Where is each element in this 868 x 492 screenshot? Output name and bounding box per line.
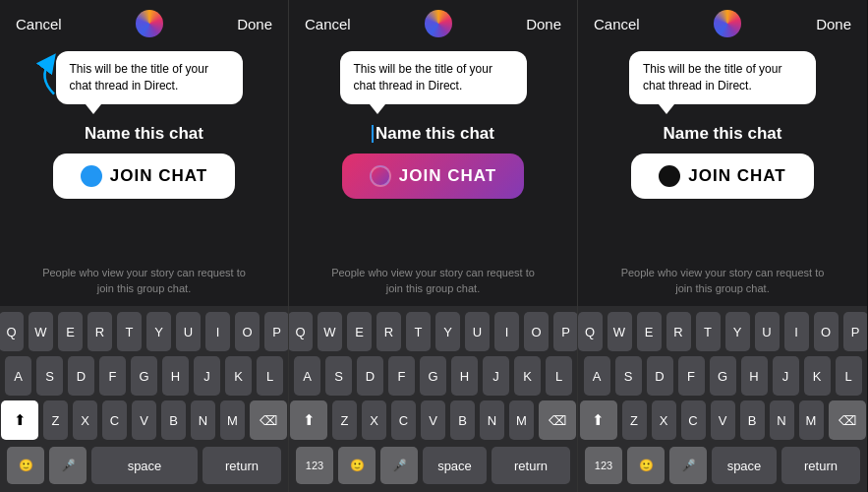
key-b[interactable]: B	[161, 400, 186, 440]
key-w-3[interactable]: W	[608, 312, 632, 351]
key-e[interactable]: E	[58, 312, 83, 351]
space-key-1[interactable]: space	[91, 447, 198, 484]
key-e-2[interactable]: E	[347, 312, 372, 351]
key-c-3[interactable]: C	[681, 400, 706, 440]
space-key-2[interactable]: space	[423, 447, 487, 484]
key-r-3[interactable]: R	[666, 312, 691, 351]
key-t-3[interactable]: T	[696, 312, 721, 351]
key-y-2[interactable]: Y	[435, 312, 460, 351]
shift-key-2[interactable]: ⬆	[290, 400, 327, 440]
key-l-3[interactable]: L	[836, 356, 862, 396]
key-b-2[interactable]: B	[450, 400, 475, 440]
done-button-2[interactable]: Done	[526, 16, 561, 32]
key-o-2[interactable]: O	[524, 312, 549, 351]
key-w[interactable]: W	[29, 312, 53, 351]
key-q-2[interactable]: Q	[289, 312, 313, 351]
emoji-key-1[interactable]: 🙂	[7, 447, 44, 484]
key-b-3[interactable]: B	[740, 400, 765, 440]
key-f-2[interactable]: F	[388, 356, 415, 396]
key-d-2[interactable]: D	[357, 356, 383, 396]
cancel-button-1[interactable]: Cancel	[16, 16, 62, 32]
key-h[interactable]: H	[162, 356, 189, 396]
key-v-3[interactable]: V	[711, 400, 735, 440]
key-s[interactable]: S	[36, 356, 63, 396]
key-i[interactable]: I	[205, 312, 230, 351]
mic-key-1[interactable]: 🎤	[49, 447, 87, 484]
key-l[interactable]: L	[257, 356, 283, 396]
numeric-key-2[interactable]: 123	[296, 447, 333, 484]
key-d[interactable]: D	[68, 356, 94, 396]
key-z-2[interactable]: Z	[332, 400, 357, 440]
key-x-2[interactable]: X	[362, 400, 386, 440]
key-g-2[interactable]: G	[420, 356, 446, 396]
key-j-3[interactable]: J	[773, 356, 799, 396]
cancel-button-2[interactable]: Cancel	[305, 16, 351, 32]
done-button-1[interactable]: Done	[237, 16, 272, 32]
key-v[interactable]: V	[132, 400, 156, 440]
delete-key-2[interactable]: ⌫	[539, 400, 576, 440]
mic-key-2[interactable]: 🎤	[380, 447, 418, 484]
key-p[interactable]: P	[264, 312, 289, 351]
key-j-2[interactable]: J	[483, 356, 509, 396]
key-s-3[interactable]: S	[615, 356, 642, 396]
key-k-3[interactable]: K	[804, 356, 831, 396]
key-e-3[interactable]: E	[637, 312, 662, 351]
key-v-2[interactable]: V	[421, 400, 445, 440]
mic-key-3[interactable]: 🎤	[669, 447, 707, 484]
key-g-3[interactable]: G	[710, 356, 736, 396]
emoji-key-3[interactable]: 🙂	[627, 447, 665, 484]
key-n[interactable]: N	[191, 400, 215, 440]
key-z[interactable]: Z	[43, 400, 68, 440]
space-key-3[interactable]: space	[712, 447, 777, 484]
key-r-2[interactable]: R	[376, 312, 401, 351]
key-k-2[interactable]: K	[514, 356, 541, 396]
numeric-key-3[interactable]: 123	[585, 447, 622, 484]
key-p-3[interactable]: P	[843, 312, 868, 351]
key-a-3[interactable]: A	[584, 356, 610, 396]
return-key-2[interactable]: return	[492, 447, 570, 484]
key-d-3[interactable]: D	[647, 356, 673, 396]
key-i-2[interactable]: I	[494, 312, 519, 351]
key-y-3[interactable]: Y	[725, 312, 750, 351]
join-chat-button-2[interactable]: JOIN ChAT	[342, 154, 524, 199]
key-q-3[interactable]: Q	[578, 312, 603, 351]
key-o-3[interactable]: O	[814, 312, 839, 351]
delete-key-3[interactable]: ⌫	[829, 400, 866, 440]
key-i-3[interactable]: I	[784, 312, 809, 351]
key-m[interactable]: M	[220, 400, 245, 440]
key-j[interactable]: J	[194, 356, 220, 396]
key-f[interactable]: F	[99, 356, 126, 396]
cancel-button-3[interactable]: Cancel	[594, 16, 640, 32]
key-q[interactable]: Q	[0, 312, 24, 351]
join-chat-button-3[interactable]: JOIN ChAT	[631, 154, 813, 199]
key-x-3[interactable]: X	[652, 400, 676, 440]
key-a-2[interactable]: A	[294, 356, 320, 396]
key-u-3[interactable]: U	[755, 312, 780, 351]
key-f-3[interactable]: F	[678, 356, 705, 396]
key-r[interactable]: R	[87, 312, 112, 351]
key-c[interactable]: C	[102, 400, 127, 440]
return-key-3[interactable]: return	[781, 447, 860, 484]
key-t[interactable]: T	[117, 312, 142, 351]
key-y[interactable]: Y	[146, 312, 171, 351]
key-c-2[interactable]: C	[391, 400, 416, 440]
shift-key-1[interactable]: ⬆	[1, 400, 38, 440]
return-key-1[interactable]: return	[203, 447, 281, 484]
key-g[interactable]: G	[131, 356, 157, 396]
key-h-3[interactable]: H	[741, 356, 768, 396]
done-button-3[interactable]: Done	[816, 16, 851, 32]
key-k[interactable]: K	[225, 356, 252, 396]
key-u-2[interactable]: U	[465, 312, 490, 351]
shift-key-3[interactable]: ⬆	[580, 400, 617, 440]
key-t-2[interactable]: T	[406, 312, 431, 351]
key-u[interactable]: U	[176, 312, 201, 351]
join-chat-button-1[interactable]: JOIN ChAT	[53, 154, 235, 199]
key-s-2[interactable]: S	[325, 356, 352, 396]
key-l-2[interactable]: L	[546, 356, 572, 396]
key-n-2[interactable]: N	[480, 400, 504, 440]
key-z-3[interactable]: Z	[622, 400, 647, 440]
key-m-2[interactable]: M	[509, 400, 534, 440]
delete-key-1[interactable]: ⌫	[250, 400, 287, 440]
key-n-3[interactable]: N	[770, 400, 794, 440]
key-m-3[interactable]: M	[799, 400, 824, 440]
